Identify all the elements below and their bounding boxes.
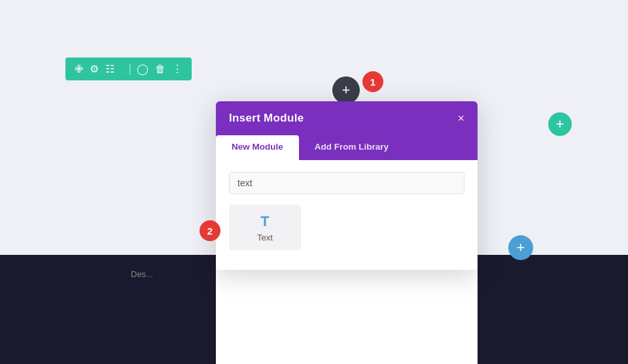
dialog-tabs: New Module Add From Library [216, 135, 478, 160]
more-icon[interactable]: ⋮ [172, 63, 183, 75]
module-toolbar: ✙ ⚙ ☷ ⎹ ◯ 🗑 ⋮ [65, 58, 192, 80]
dialog-header: Insert Module × [216, 101, 478, 135]
insert-module-dialog: Insert Module × New Module Add From Libr… [216, 101, 478, 270]
module-search-input[interactable] [229, 172, 464, 194]
dialog-body: T Text [216, 160, 478, 270]
add-module-button-blue[interactable]: + [508, 235, 533, 260]
columns-icon[interactable]: ⎹ [121, 63, 130, 75]
move-icon[interactable]: ✙ [75, 63, 83, 75]
module-item-text[interactable]: T Text [229, 205, 301, 250]
bottom-label: Des... [131, 269, 153, 279]
settings-icon[interactable]: ⚙ [90, 63, 99, 75]
trash-icon[interactable]: 🗑 [155, 63, 166, 75]
dialog-title: Insert Module [229, 112, 304, 125]
grid-icon[interactable]: ☷ [105, 63, 114, 75]
add-module-button-teal[interactable]: + [548, 112, 572, 136]
tab-new-module[interactable]: New Module [216, 135, 299, 160]
background-bottom-center [216, 255, 478, 364]
dialog-close-button[interactable]: × [457, 112, 464, 124]
power-icon[interactable]: ◯ [137, 63, 148, 75]
step-badge-2: 2 [200, 220, 220, 241]
step-badge-1: 1 [362, 71, 383, 92]
text-module-label: Text [257, 233, 273, 242]
module-grid: T Text [229, 205, 464, 250]
add-module-button-dark[interactable]: + [332, 76, 360, 104]
tab-add-from-library[interactable]: Add From Library [299, 135, 404, 160]
text-module-icon: T [260, 213, 269, 230]
